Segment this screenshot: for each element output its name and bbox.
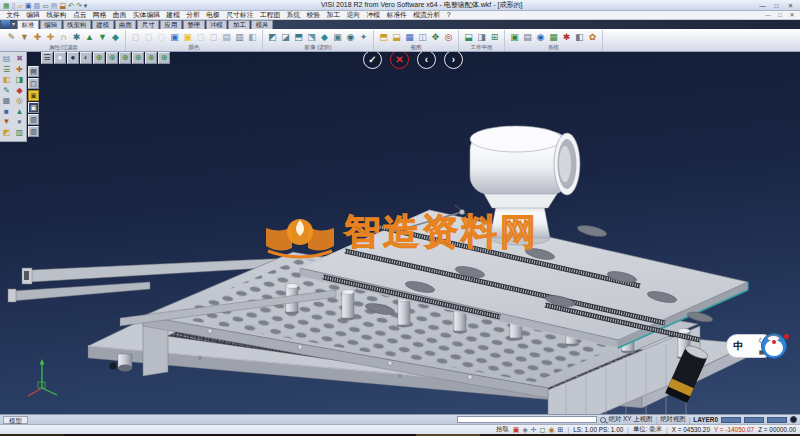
sys-burst-icon[interactable]: ✱ <box>561 31 572 43</box>
view-pan-icon[interactable]: ✥ <box>430 31 441 43</box>
sparkle-icon[interactable]: ✦ <box>358 31 369 43</box>
search-icon[interactable] <box>600 417 606 423</box>
target-icon[interactable]: ◎ <box>16 96 23 107</box>
star-filter-icon[interactable]: ✱ <box>71 31 82 43</box>
ime-language-label[interactable]: 中 <box>734 339 744 353</box>
toolbar-tab[interactable]: 加工 <box>228 20 250 29</box>
app-logo-icon[interactable]: ▦ <box>3 1 10 10</box>
pencil-icon[interactable]: ✎ <box>3 86 10 97</box>
menu-item[interactable]: 建模 <box>163 11 183 19</box>
view-top-icon[interactable]: ⬒ <box>378 31 389 43</box>
menu-item[interactable]: 点云 <box>70 11 90 19</box>
corner-icon[interactable]: ◩ <box>3 128 11 139</box>
sphere-shade-icon[interactable]: ◉ <box>345 31 356 43</box>
snap-point-icon[interactable]: ✛ <box>531 426 537 434</box>
view-iso-icon[interactable]: ▦ <box>404 31 415 43</box>
swatch-2-icon[interactable]: ◻ <box>143 31 154 43</box>
menu-item[interactable]: 工程图 <box>257 11 284 19</box>
tabbar-caret-icon[interactable]: ▾ <box>10 20 17 29</box>
toolbar-tab[interactable]: 尺寸 <box>137 20 159 29</box>
menu-item[interactable]: 网格 <box>90 11 110 19</box>
ime-toolbar[interactable]: 中 ☾ ▦ <box>726 331 792 362</box>
toolbar-tab[interactable]: 应用 <box>160 20 182 29</box>
reflect-icon[interactable]: ◆ <box>319 31 330 43</box>
maximize-button[interactable]: □ <box>770 1 783 10</box>
tri-down-icon[interactable]: ▼ <box>97 31 108 43</box>
viewport-3d[interactable]: 智造资料网 ▤✖☰✚◧◨✎◆▦◎■▲▼●◩▥ ▤▢▣▣▥▥ ☰●●◐⊕⊕⊕⊕⊕⊕… <box>0 52 800 414</box>
snap-center-icon[interactable]: ◉ <box>549 426 555 434</box>
view-b-icon[interactable]: ▥ <box>28 126 39 137</box>
stamp-icon[interactable]: ⬓ <box>59 1 66 10</box>
toolbar-tab[interactable]: 标准 <box>17 20 39 29</box>
menu-item[interactable]: 模流分析 <box>410 11 444 19</box>
open-folder-icon[interactable]: ▱ <box>17 1 22 10</box>
wire-globe-icon[interactable]: ⊕ <box>158 52 170 64</box>
mdi-minimize-button[interactable]: — <box>763 11 773 19</box>
plane-grid-icon[interactable]: ⊞ <box>489 31 500 43</box>
toolbar-tab[interactable]: 冲模 <box>206 20 228 29</box>
delete-icon[interactable]: ✖ <box>16 54 23 65</box>
toolbar-tab[interactable]: 编辑 <box>40 20 62 29</box>
palette-icon[interactable]: ▤ <box>221 31 232 43</box>
select-attr-icon[interactable]: ✎ <box>6 31 17 43</box>
halfbox-icon[interactable]: ◧ <box>3 75 11 86</box>
active-color-icon[interactable]: ▣ <box>169 31 180 43</box>
toolbar-tab[interactable]: 整理 <box>183 20 205 29</box>
brush-icon[interactable]: ▼ <box>19 31 30 43</box>
diamond-filter-icon[interactable]: ◆ <box>110 31 121 43</box>
add-icon[interactable]: ✚ <box>16 65 23 76</box>
view-single-icon[interactable]: ▢ <box>28 78 39 89</box>
view-bottom-icon[interactable]: ⬓ <box>391 31 402 43</box>
print-icon[interactable]: ▭ <box>42 1 49 10</box>
menu-item[interactable]: 尺寸标注 <box>223 11 257 19</box>
filter-plus-icon[interactable]: ✚ <box>45 31 56 43</box>
toolbar-tab[interactable]: 模具 <box>251 20 273 29</box>
menu-item[interactable]: 标准件 <box>383 11 410 19</box>
coord-mode-label[interactable]: 绝对视图 <box>660 415 686 424</box>
menu-item[interactable]: 实体编辑 <box>130 11 164 19</box>
preview-icon[interactable]: ▤ <box>51 1 58 10</box>
menu-item[interactable]: 加工 <box>323 11 343 19</box>
command-input[interactable] <box>457 416 597 423</box>
diamond-icon[interactable]: ◆ <box>16 86 22 97</box>
menu-item[interactable]: 文件 <box>3 11 23 19</box>
save-all-icon[interactable]: ▥ <box>34 1 41 10</box>
swatch-1-icon[interactable]: ◻ <box>130 31 141 43</box>
sys-half-icon[interactable]: ◧ <box>574 31 585 43</box>
magnet-icon[interactable]: ∩ <box>58 31 69 43</box>
menu-item[interactable]: 冲模 <box>363 11 383 19</box>
swatch-5-icon[interactable]: ◻ <box>208 31 219 43</box>
mdi-close-button[interactable]: ✕ <box>787 11 797 19</box>
sys-rows-icon[interactable]: ▤ <box>522 31 533 43</box>
layer-color-icon[interactable]: ▥ <box>234 31 245 43</box>
wire-globe-icon[interactable]: ⊕ <box>119 52 131 64</box>
sys-globe-icon[interactable]: ◉ <box>535 31 546 43</box>
half-shade-icon[interactable]: ◐ <box>80 52 92 64</box>
shade-cube2-icon[interactable]: ◪ <box>280 31 291 43</box>
menu-item[interactable]: 线架构 <box>43 11 70 19</box>
redo-icon[interactable]: ↷ <box>76 1 82 10</box>
next-button[interactable]: › <box>444 52 463 69</box>
shade-cube-icon[interactable]: ◩ <box>267 31 278 43</box>
menu-item[interactable]: 分析 <box>183 11 203 19</box>
menu-item[interactable]: 逆向 <box>343 11 363 19</box>
view-split-icon[interactable]: ◫ <box>417 31 428 43</box>
cancel-button[interactable]: ✕ <box>390 52 409 69</box>
undo-icon[interactable]: ↶ <box>68 1 74 10</box>
filter-add-icon[interactable]: ✚ <box>32 31 43 43</box>
swatch-3-icon[interactable]: ◻ <box>156 31 167 43</box>
display-list-icon[interactable]: ☰ <box>41 52 53 64</box>
toolbar-tab[interactable]: 线架构 <box>63 20 91 29</box>
active-view-icon[interactable]: ▣ <box>28 90 39 101</box>
app-tab-logo-icon[interactable] <box>1 20 10 29</box>
shaded-view-icon[interactable]: ● <box>54 52 66 64</box>
sys-box-icon[interactable]: ▣ <box>509 31 520 43</box>
view-mode-label[interactable]: 绝对 XY 上视图 <box>609 415 653 424</box>
dot-icon[interactable]: ● <box>17 117 22 128</box>
tri-icon[interactable]: ▲ <box>16 107 24 118</box>
cad-scene[interactable]: 智造资料网 <box>0 52 800 414</box>
menu-item[interactable]: 电极 <box>203 11 223 19</box>
toolbar-tab[interactable]: 曲面 <box>115 20 137 29</box>
save-icon[interactable]: ▣ <box>25 1 32 10</box>
render-corner-icon[interactable]: ⬔ <box>306 31 317 43</box>
